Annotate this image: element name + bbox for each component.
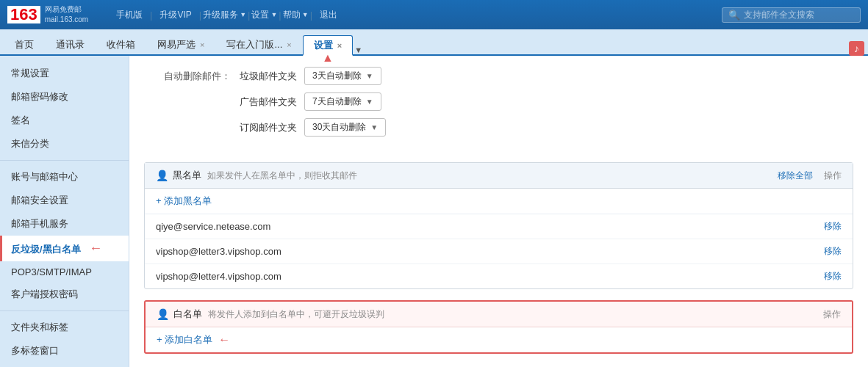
sidebar-item-multitab[interactable]: 多标签窗口 bbox=[0, 339, 129, 363]
sidebar-item-filter[interactable]: 来信分类 bbox=[0, 132, 129, 156]
logo-title: 网易免费邮 bbox=[45, 4, 88, 15]
blacklist-remove-2[interactable]: 移除 bbox=[824, 270, 842, 283]
blacklist-desc: 如果发件人在黑名单中，则拒收其邮件 bbox=[207, 170, 357, 182]
dropdown-arrow-ads: ▼ bbox=[366, 98, 373, 106]
whitelist-red-arrow: ← bbox=[218, 333, 230, 346]
auto-delete-section: 自动删除邮件： 垃圾邮件文夹 3天自动删除 ▼ 广告邮件文夹 7天自动删除 ▼ … bbox=[129, 56, 868, 155]
top-header: 163 网易免费邮 mail.163.com 手机版 | 升级VIP | 升级服… bbox=[0, 0, 868, 29]
auto-delete-label: 自动删除邮件： bbox=[151, 70, 240, 83]
main-container: 常规设置 邮箱密码修改 签名 来信分类 账号与邮箱中心 邮箱安全设置 邮箱手机服… bbox=[0, 56, 868, 367]
blacklist-op-label: 操作 bbox=[824, 170, 842, 182]
auto-delete-row-3: 订阅邮件文夹 30天自动删除 ▼ bbox=[151, 118, 846, 137]
blacklist-section: 👤 黑名单 如果发件人在黑名单中，则拒收其邮件 移除全部 操作 + 添加黑名单 … bbox=[144, 162, 853, 289]
nav-upgrade-service-arrow: ▼ bbox=[240, 11, 246, 18]
whitelist-header: 👤 白名单 将发件人添加到白名单中，可避开反垃圾误判 操作 bbox=[146, 302, 852, 327]
sidebar-item-mobile-service[interactable]: 邮箱手机服务 bbox=[0, 212, 129, 236]
dropdown-spam[interactable]: 3天自动删除 ▼ bbox=[304, 67, 381, 85]
folder-ads: 广告邮件文夹 bbox=[240, 95, 297, 109]
sidebar-item-security[interactable]: 邮箱安全设置 bbox=[0, 189, 129, 212]
auto-delete-row-2: 广告邮件文夹 7天自动删除 ▼ bbox=[151, 92, 846, 111]
tab-netease-select[interactable]: 网易严选 × bbox=[146, 34, 215, 54]
sidebar-item-folders[interactable]: 文件夹和标签 bbox=[0, 316, 129, 339]
sidebar-divider-2 bbox=[0, 310, 129, 311]
tab-settings[interactable]: 设置 × ▲ bbox=[303, 35, 353, 56]
logo-163-text: 163 bbox=[7, 6, 40, 23]
tab-close-write[interactable]: × bbox=[287, 40, 291, 49]
nav-logout[interactable]: 退出 bbox=[320, 9, 337, 21]
nav-help-arrow: ▼ bbox=[302, 11, 309, 18]
tab-write[interactable]: 写在入门版... × bbox=[215, 34, 302, 54]
blacklist-item-0: qiye@service.netease.com 移除 bbox=[145, 214, 853, 239]
blacklist-email-2: vipshop@letter4.vipshop.com bbox=[156, 271, 824, 282]
tab-up-arrow: ▲ bbox=[322, 51, 334, 65]
sidebar-arrow-indicator: ← bbox=[89, 241, 102, 255]
sidebar: 常规设置 邮箱密码修改 签名 来信分类 账号与邮箱中心 邮箱安全设置 邮箱手机服… bbox=[0, 56, 129, 367]
sidebar-item-account[interactable]: 账号与邮箱中心 bbox=[0, 165, 129, 189]
blacklist-icon: 👤 bbox=[156, 170, 168, 181]
blacklist-title: 黑名单 bbox=[173, 169, 201, 182]
content-area: 自动删除邮件： 垃圾邮件文夹 3天自动删除 ▼ 广告邮件文夹 7天自动删除 ▼ … bbox=[129, 56, 868, 367]
blacklist-email-1: vipshop@letter3.vipshop.com bbox=[156, 246, 824, 257]
sidebar-item-blackwhite[interactable]: 反垃圾/黑白名单 ← bbox=[0, 236, 129, 261]
music-btn[interactable]: ♪ bbox=[849, 43, 864, 54]
tab-contacts[interactable]: 通讯录 bbox=[45, 34, 96, 54]
whitelist-op-label: 操作 bbox=[823, 308, 841, 321]
dropdown-subscribe[interactable]: 30天自动删除 ▼ bbox=[304, 118, 386, 137]
whitelist-header-actions: 操作 bbox=[823, 308, 841, 321]
remove-all-button[interactable]: 移除全部 bbox=[778, 170, 817, 182]
logo: 163 网易免费邮 mail.163.com bbox=[7, 4, 103, 25]
nav-vip[interactable]: 升级VIP bbox=[159, 9, 191, 21]
nav-mobile[interactable]: 手机版 bbox=[116, 9, 143, 21]
sidebar-item-general[interactable]: 常规设置 bbox=[0, 62, 129, 85]
nav-upgrade-service[interactable]: 升级服务 ▼ bbox=[203, 9, 246, 21]
nav-help[interactable]: 帮助 ▼ bbox=[283, 9, 309, 21]
add-whitelist-button[interactable]: + 添加白名单 ← bbox=[146, 327, 852, 352]
blacklist-header: 👤 黑名单 如果发件人在黑名单中，则拒收其邮件 移除全部 操作 bbox=[145, 163, 853, 189]
sidebar-item-signature[interactable]: 签名 bbox=[0, 109, 129, 132]
sidebar-item-auth-password[interactable]: 客户端授权密码 bbox=[0, 283, 129, 306]
search-input[interactable] bbox=[744, 10, 854, 20]
sidebar-item-password[interactable]: 邮箱密码修改 bbox=[0, 85, 129, 109]
add-blacklist-button[interactable]: + 添加黑名单 bbox=[145, 189, 853, 214]
search-box: 🔍 bbox=[722, 7, 861, 23]
blacklist-remove-0[interactable]: 移除 bbox=[824, 220, 842, 233]
search-icon: 🔍 bbox=[728, 10, 740, 21]
top-nav: 手机版 | 升级VIP | 升级服务 ▼ | 设置 ▼ | 帮助 ▼ | 退出 bbox=[110, 9, 722, 21]
folder-spam: 垃圾邮件文夹 bbox=[240, 70, 297, 83]
tab-inbox[interactable]: 收件箱 bbox=[96, 34, 146, 54]
tab-close-netease[interactable]: × bbox=[200, 40, 204, 49]
dropdown-ads[interactable]: 7天自动删除 ▼ bbox=[304, 92, 381, 111]
whitelist-icon: 👤 bbox=[157, 308, 169, 320]
nav-settings[interactable]: 设置 ▼ bbox=[251, 9, 277, 21]
whitelist-section: 👤 白名单 将发件人添加到白名单中，可避开反垃圾误判 操作 + 添加白名单 ← bbox=[144, 300, 853, 354]
blacklist-item-2: vipshop@letter4.vipshop.com 移除 bbox=[145, 264, 853, 288]
blacklist-email-0: qiye@service.netease.com bbox=[156, 221, 824, 232]
dropdown-arrow-subscribe: ▼ bbox=[370, 123, 378, 131]
tab-home[interactable]: 首页 bbox=[4, 34, 45, 54]
auto-delete-row-1: 自动删除邮件： 垃圾邮件文夹 3天自动删除 ▼ bbox=[151, 67, 846, 85]
dropdown-arrow-spam: ▼ bbox=[366, 72, 373, 80]
sidebar-divider-1 bbox=[0, 160, 129, 161]
nav-settings-arrow: ▼ bbox=[270, 11, 277, 18]
tab-close-settings[interactable]: × bbox=[337, 41, 342, 50]
sidebar-item-pop3[interactable]: POP3/SMTP/IMAP bbox=[0, 261, 129, 283]
logo-sub: mail.163.com bbox=[45, 15, 88, 25]
blacklist-remove-1[interactable]: 移除 bbox=[824, 245, 842, 258]
blacklist-header-actions: 移除全部 操作 bbox=[778, 170, 842, 182]
whitelist-desc: 将发件人添加到白名单中，可避开反垃圾误判 bbox=[208, 308, 384, 321]
blacklist-item-1: vipshop@letter3.vipshop.com 移除 bbox=[145, 239, 853, 264]
tab-more-dropdown[interactable]: ▼ bbox=[354, 46, 362, 54]
tab-bar: 首页 通讯录 收件箱 网易严选 × 写在入门版... × 设置 × ▲ ▼ ♪ bbox=[0, 29, 868, 56]
folder-subscribe: 订阅邮件文夹 bbox=[240, 121, 297, 134]
sidebar-item-skin[interactable]: 换肤 bbox=[0, 363, 129, 367]
whitelist-title: 白名单 bbox=[173, 308, 202, 321]
